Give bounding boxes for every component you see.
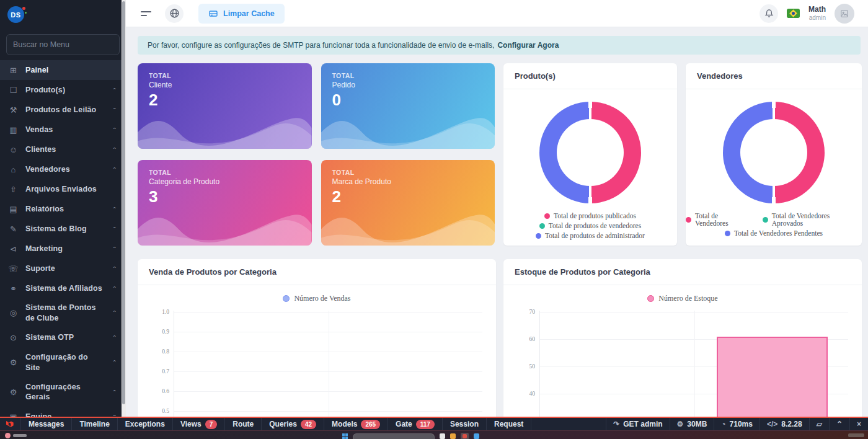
sellers-donut-chart[interactable] xyxy=(723,102,825,203)
debugbar-tab-queries[interactable]: Queries42 xyxy=(262,418,324,430)
card-title: Estoque de Produtos por Categoria xyxy=(503,259,862,285)
stock-chart-legend[interactable]: Número de Estoque xyxy=(503,285,862,307)
sidebar-item-afiliados[interactable]: ⚭Sistema de Afiliados⌃ xyxy=(0,278,126,298)
views-count-badge: 7 xyxy=(205,420,218,429)
site-config-icon: ⚙ xyxy=(8,358,19,366)
stat-card-cliente[interactable]: TOTAL Cliente 2 xyxy=(138,63,312,149)
sales-bar-chart[interactable]: 1.0 0.9 0.8 0.7 0.6 0.5 xyxy=(174,311,482,417)
sidebar-nav: ⊞Painel ☐Produto(s)⌃ ⚒Produtos de Leilão… xyxy=(0,60,126,439)
laravel-debugbar: Messages Timeline Exceptions Views7 Rout… xyxy=(0,417,868,430)
taskbar-weather-widget[interactable] xyxy=(5,433,27,438)
sidebar: DS ⊞Painel ☐Produto(s)⌃ ⚒Produtos de Lei… xyxy=(0,0,126,439)
laravel-logo-icon[interactable] xyxy=(0,418,21,430)
sales-by-category-card: Venda de Produtos por Categoria Número d… xyxy=(138,259,496,417)
sidebar-scrollbar[interactable] xyxy=(122,0,126,439)
blog-icon: ✎ xyxy=(8,225,19,233)
scrollbar-thumb[interactable] xyxy=(122,1,125,404)
otp-icon: ⊙ xyxy=(8,334,19,342)
taskbar-app-icon-active[interactable] xyxy=(461,433,469,439)
sidebar-item-pontos-clube[interactable]: ◎Sistema de Pontos de Clube⌃ xyxy=(0,298,126,328)
sidebar-item-arquivos[interactable]: ⇧Arquivos Enviados xyxy=(0,179,126,199)
debugbar-php-version[interactable]: </>8.2.28 xyxy=(760,418,809,430)
dashboard-icon: ⊞ xyxy=(8,66,19,74)
main-content: Por favor, configure as configurações de… xyxy=(126,27,868,417)
sellers-donut-card: Vendedores Total de Vendedores Total de … xyxy=(686,63,862,246)
user-info[interactable]: Math admin xyxy=(808,6,826,21)
sidebar-item-config-site[interactable]: ⚙Configuração do Site⌃ xyxy=(0,348,126,378)
auction-icon: ⚒ xyxy=(8,106,19,114)
debugbar-tab-exceptions[interactable]: Exceptions xyxy=(118,418,173,430)
debugbar-tab-messages[interactable]: Messages xyxy=(21,418,72,430)
taskbar-clock-area[interactable] xyxy=(848,433,864,437)
queries-count-badge: 42 xyxy=(301,420,316,429)
sidebar-item-vendas[interactable]: ▥Vendas⌃ xyxy=(0,120,126,140)
search-input[interactable] xyxy=(13,40,113,49)
sidebar-item-blog[interactable]: ✎Sistema de Blog⌃ xyxy=(0,219,126,239)
debugbar-folder-button[interactable]: ▱ xyxy=(809,418,829,430)
debugbar-close-button[interactable]: × xyxy=(849,418,868,430)
menu-toggle-icon[interactable] xyxy=(141,11,151,16)
configure-now-link[interactable]: Configurar Agora xyxy=(497,41,559,50)
chevron-up-icon: ⌃ xyxy=(112,266,117,272)
sidebar-item-produtos[interactable]: ☐Produto(s)⌃ xyxy=(0,80,126,100)
debugbar-tab-timeline[interactable]: Timeline xyxy=(72,418,117,430)
stock-bar-chart[interactable]: 70 60 50 40 xyxy=(539,311,848,417)
debugbar-tab-gate[interactable]: Gate117 xyxy=(388,418,443,430)
logo[interactable]: DS xyxy=(0,0,126,28)
wave-decoration xyxy=(138,207,312,246)
clear-cache-button[interactable]: Limpar Cache xyxy=(198,4,285,24)
wave-decoration xyxy=(138,110,312,149)
language-globe-button[interactable] xyxy=(165,4,184,23)
legend-dot xyxy=(539,223,545,229)
code-icon: </> xyxy=(767,420,777,428)
image-placeholder-icon xyxy=(840,9,849,18)
notifications-button[interactable] xyxy=(760,4,778,23)
sidebar-item-otp[interactable]: ⊙Sistema OTP⌃ xyxy=(0,328,126,348)
sidebar-item-produtos-leilao[interactable]: ⚒Produtos de Leilão⌃ xyxy=(0,100,126,120)
card-title: Venda de Produtos por Categoria xyxy=(138,259,496,285)
taskbar-app-icon-2[interactable] xyxy=(450,433,456,439)
sellers-icon: ⌂ xyxy=(8,166,19,174)
user-role: admin xyxy=(808,14,826,22)
debugbar-time[interactable]: ◔710ms xyxy=(714,418,760,430)
menu-search[interactable] xyxy=(6,34,120,55)
debugbar-tab-views[interactable]: Views7 xyxy=(173,418,225,430)
debugbar-tab-route[interactable]: Route xyxy=(225,418,262,430)
debugbar-tab-request[interactable]: Request xyxy=(487,418,531,430)
debugbar-tab-models[interactable]: Models265 xyxy=(324,418,388,430)
customers-icon: ☺ xyxy=(8,146,19,154)
language-flag-brazil[interactable] xyxy=(787,9,800,18)
sidebar-item-relatorios[interactable]: ▤Relatórios⌃ xyxy=(0,199,126,219)
sidebar-item-config-gerais[interactable]: ⚙Configurações Gerais⌃ xyxy=(0,378,126,407)
folder-icon: ▱ xyxy=(817,420,822,428)
stat-card-marca[interactable]: TOTAL Marca de Produto 2 xyxy=(321,160,495,246)
chevron-up-icon: ⌃ xyxy=(112,389,117,395)
sidebar-item-marketing[interactable]: ⊲Marketing⌃ xyxy=(0,239,126,259)
debugbar-tab-session[interactable]: Session xyxy=(443,418,487,430)
sidebar-item-suporte[interactable]: ☏Suporte⌃ xyxy=(0,259,126,278)
sidebar-item-painel[interactable]: ⊞Painel xyxy=(0,60,126,80)
avatar[interactable] xyxy=(835,4,854,24)
sales-chart-legend[interactable]: Número de Vendas xyxy=(138,285,496,307)
sidebar-item-clientes[interactable]: ☺Clientes⌃ xyxy=(0,140,126,159)
flag-globe xyxy=(792,12,795,15)
debugbar-memory[interactable]: ⚙30MB xyxy=(670,418,714,430)
stat-card-categoria[interactable]: TOTAL Categoria de Produto 3 xyxy=(138,160,312,246)
chevron-up-icon: ⌃ xyxy=(836,420,843,428)
os-taskbar xyxy=(0,430,868,439)
taskbar-app-icon-1[interactable] xyxy=(440,433,445,439)
debugbar-collapse-button[interactable]: ⌃ xyxy=(829,418,849,430)
stock-bar[interactable] xyxy=(717,337,828,417)
taskbar-app-icon-3 xyxy=(463,434,467,438)
wave-decoration xyxy=(321,110,495,149)
alert-message: Por favor, configure as configurações de… xyxy=(148,41,494,50)
sidebar-item-vendedores[interactable]: ⌂Vendedores⌃ xyxy=(0,159,126,179)
stat-card-pedido[interactable]: TOTAL Pedido 0 xyxy=(321,63,495,149)
taskbar-app-icon-4[interactable] xyxy=(474,433,479,439)
taskbar-search-box[interactable] xyxy=(353,433,435,439)
products-donut-chart[interactable] xyxy=(539,102,641,203)
wave-decoration xyxy=(321,207,495,246)
debugbar-request-method[interactable]: ↷GET admin xyxy=(606,418,669,430)
windows-start-icon[interactable] xyxy=(342,433,348,439)
chevron-up-icon: ⌃ xyxy=(112,127,117,133)
